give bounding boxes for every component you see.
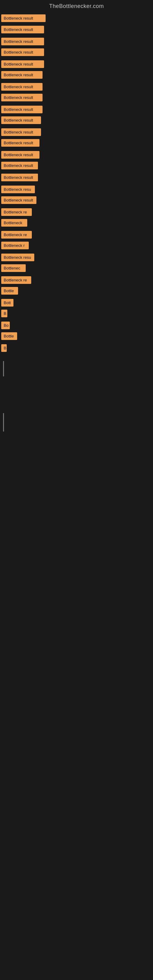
bottleneck-label-11[interactable]: Bottleneck result xyxy=(1,128,41,136)
bottleneck-label-28[interactable]: Bo xyxy=(1,321,10,329)
bottleneck-label-19[interactable]: Bottleneck xyxy=(1,219,27,227)
bottleneck-label-30[interactable]: B xyxy=(1,344,7,352)
bottleneck-label-14[interactable]: Bottleneck result xyxy=(1,162,38,169)
bottleneck-label-18[interactable]: Bottleneck re xyxy=(1,208,32,216)
bottleneck-item-27: B xyxy=(1,310,153,317)
bottleneck-item-29: Bottle xyxy=(1,332,153,340)
bottleneck-label-12[interactable]: Bottleneck result xyxy=(1,139,40,147)
bottleneck-label-5[interactable]: Bottleneck result xyxy=(1,60,44,68)
bottleneck-label-15[interactable]: Bottleneck result xyxy=(1,173,38,181)
bottleneck-label-13[interactable]: Bottleneck result xyxy=(1,151,40,159)
bottleneck-item-15: Bottleneck result xyxy=(1,173,153,181)
bottleneck-item-3: Bottleneck result xyxy=(1,38,153,45)
bottleneck-item-14: Bottleneck result xyxy=(1,162,153,169)
bottleneck-label-17[interactable]: Bottleneck result xyxy=(1,196,37,204)
bottleneck-item-30: B xyxy=(1,344,153,352)
site-title: TheBottlenecker.com xyxy=(0,0,153,12)
bottleneck-label-20[interactable]: Bottleneck re xyxy=(1,231,32,239)
bottleneck-item-9: Bottleneck result xyxy=(1,106,153,113)
bottleneck-label-2[interactable]: Bottleneck result xyxy=(1,26,44,33)
bottleneck-label-16[interactable]: Bottleneck resu xyxy=(1,186,35,193)
bottleneck-item-24: Bottleneck re xyxy=(1,276,153,284)
bottleneck-item-8: Bottleneck result xyxy=(1,94,153,101)
bottleneck-label-23[interactable]: Bottlenec xyxy=(1,264,26,272)
bottleneck-label-27[interactable]: B xyxy=(1,310,7,317)
bottleneck-item-1: Bottleneck result xyxy=(1,14,153,22)
bottleneck-item-17: Bottleneck result xyxy=(1,196,153,204)
bottleneck-label-9[interactable]: Bottleneck result xyxy=(1,106,43,113)
bottleneck-item-2: Bottleneck result xyxy=(1,26,153,33)
bottleneck-label-21[interactable]: Bottleneck r xyxy=(1,242,29,249)
bottleneck-item-6: Bottleneck result xyxy=(1,71,153,79)
bottleneck-item-5: Bottleneck result xyxy=(1,60,153,68)
bottleneck-label-8[interactable]: Bottleneck result xyxy=(1,94,43,101)
bottleneck-label-1[interactable]: Bottleneck result xyxy=(1,14,46,22)
bottleneck-label-24[interactable]: Bottleneck re xyxy=(1,276,31,284)
bottleneck-item-18: Bottleneck re xyxy=(1,208,153,216)
bottleneck-item-10: Bottleneck result xyxy=(1,116,153,124)
bottleneck-item-12: Bottleneck result xyxy=(1,139,153,147)
bottleneck-label-4[interactable]: Bottleneck result xyxy=(1,48,44,56)
bottleneck-item-23: Bottlenec xyxy=(1,264,153,272)
bottleneck-item-16: Bottleneck resu xyxy=(1,186,153,193)
bottleneck-label-6[interactable]: Bottleneck result xyxy=(1,71,43,79)
bottleneck-item-13: Bottleneck result xyxy=(1,151,153,159)
bottleneck-label-7[interactable]: Bottleneck result xyxy=(1,83,43,91)
bottleneck-label-29[interactable]: Bottle xyxy=(1,332,17,340)
bottleneck-item-11: Bottleneck result xyxy=(1,128,153,136)
bottleneck-item-21: Bottleneck r xyxy=(1,242,153,249)
vertical-bar-2 xyxy=(3,413,4,431)
bottleneck-item-28: Bo xyxy=(1,321,153,329)
bottleneck-label-3[interactable]: Bottleneck result xyxy=(1,38,44,45)
bottleneck-item-26: Bott xyxy=(1,299,153,307)
bottleneck-item-19: Bottleneck xyxy=(1,219,153,227)
bottleneck-item-20: Bottleneck re xyxy=(1,231,153,239)
bottleneck-label-10[interactable]: Bottleneck result xyxy=(1,116,41,124)
bottleneck-item-22: Bottleneck resu xyxy=(1,254,153,261)
bottleneck-item-4: Bottleneck result xyxy=(1,48,153,56)
bottleneck-label-26[interactable]: Bott xyxy=(1,299,13,307)
bottleneck-label-22[interactable]: Bottleneck resu xyxy=(1,254,34,261)
bottleneck-label-25[interactable]: Bottle xyxy=(1,287,18,294)
bottleneck-item-7: Bottleneck result xyxy=(1,83,153,91)
bottleneck-item-25: Bottle xyxy=(1,287,153,294)
vertical-bar-1 xyxy=(3,361,4,376)
